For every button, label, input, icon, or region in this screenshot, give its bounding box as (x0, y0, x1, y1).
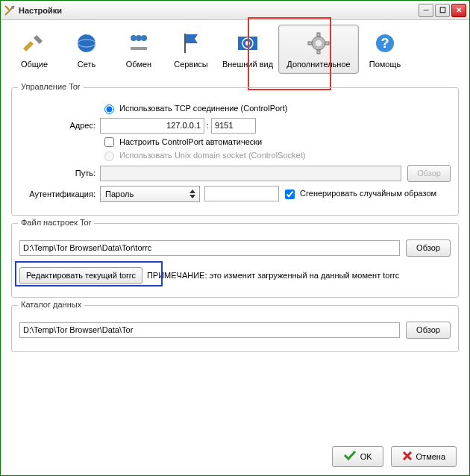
svg-rect-15 (308, 42, 312, 45)
svg-rect-13 (317, 33, 320, 37)
minimize-button[interactable]: ─ (419, 4, 433, 17)
svg-point-4 (141, 35, 147, 41)
radio-tcp-input[interactable] (104, 104, 114, 114)
content: Управление Tor Использовать TCP соединен… (1, 75, 469, 363)
torrc-note: ПРИМЕЧАНИЕ: это изменит загруженный на д… (147, 271, 399, 280)
svg-point-12 (316, 40, 322, 46)
datadir-path-input[interactable] (19, 322, 400, 338)
gear-icon (279, 28, 358, 58)
app-icon (4, 4, 16, 16)
tab-sharing[interactable]: Обмен (113, 25, 165, 74)
svg-rect-6 (131, 47, 147, 50)
tab-services[interactable]: Сервисы (165, 25, 217, 74)
checkbox-auto-config[interactable]: Настроить ControlPort автоматически (104, 137, 262, 148)
edit-torrc-button[interactable]: Редактировать текущий torrc (19, 267, 142, 284)
radio-tcp-label: Использовать TCP соединение (ControlPort… (119, 104, 287, 113)
flag-icon (166, 28, 216, 58)
legend-control: Управление Tor (18, 82, 84, 91)
password-input[interactable] (204, 186, 279, 201)
toolbar: Общие Сеть Обмен Сервисы Внешний вид Доп… (1, 20, 469, 75)
globe-icon (61, 28, 112, 58)
tab-network[interactable]: Сеть (60, 25, 113, 74)
radio-unix-input[interactable] (104, 151, 114, 161)
port-input[interactable] (211, 118, 256, 134)
svg-point-3 (131, 35, 137, 41)
x-icon (402, 451, 413, 463)
browse-datadir-button[interactable]: Обзор (406, 322, 451, 339)
auth-select-value: Пароль (105, 190, 134, 198)
address-label: Адрес: (19, 121, 100, 130)
nodes-icon (113, 28, 164, 58)
fieldset-datadir: Каталог данных Обзор (11, 305, 459, 352)
radio-unix[interactable]: Использовать Unix domain socket (Control… (104, 151, 305, 161)
tab-label: Обмен (113, 60, 164, 69)
legend-torrc: Файл настроек Tor (18, 218, 94, 227)
auth-label: Аутентификация: (19, 190, 100, 198)
emblem-icon (218, 28, 278, 58)
colon: : (204, 121, 211, 130)
titlebar: Настройки ─ ☐ ✕ (1, 1, 469, 20)
tab-label: Внешний вид (218, 60, 278, 69)
close-button[interactable]: ✕ (451, 4, 466, 17)
check-icon (343, 450, 357, 463)
auth-select[interactable]: Пароль (100, 186, 200, 202)
svg-text:?: ? (381, 36, 389, 51)
tab-help[interactable]: ? Помощь (359, 25, 411, 74)
svg-point-5 (136, 35, 142, 41)
ok-button[interactable]: OK (332, 446, 383, 467)
window-controls: ─ ☐ ✕ (419, 4, 466, 17)
checkbox-auto-config-label: Настроить ControlPort автоматически (119, 137, 262, 146)
checkbox-auto-config-input[interactable] (104, 137, 114, 147)
radio-tcp[interactable]: Использовать TCP соединение (ControlPort… (104, 104, 288, 114)
svg-rect-16 (325, 42, 329, 45)
address-input[interactable] (100, 118, 204, 134)
cancel-label: Отмена (416, 452, 445, 461)
svg-rect-14 (317, 50, 320, 54)
socket-path-input (100, 166, 401, 181)
path-label: Путь: (19, 169, 100, 178)
tab-advanced[interactable]: Дополнительное (278, 25, 359, 74)
tab-appearance[interactable]: Внешний вид (217, 25, 278, 74)
fieldset-control: Управление Tor Использовать TCP соединен… (11, 87, 459, 216)
checkbox-gen-random-input[interactable] (285, 190, 295, 199)
tools-icon (9, 28, 60, 58)
checkbox-gen-random[interactable]: Сгенерировать случайным образом (285, 189, 436, 199)
ok-label: OK (360, 452, 372, 461)
tab-label: Сервисы (166, 60, 216, 69)
maximize-button[interactable]: ☐ (435, 4, 450, 17)
tab-label: Помощь (360, 60, 410, 69)
svg-point-0 (11, 6, 14, 9)
cancel-button[interactable]: Отмена (391, 446, 457, 467)
checkbox-gen-random-label: Сгенерировать случайным образом (300, 189, 436, 198)
help-icon: ? (360, 28, 410, 58)
browse-torrc-button[interactable]: Обзор (406, 239, 451, 257)
torrc-path-input[interactable] (19, 240, 400, 256)
fieldset-torrc: Файл настроек Tor Обзор Редактировать те… (11, 223, 459, 298)
window-title: Настройки (19, 6, 419, 15)
tab-label: Сеть (61, 60, 112, 69)
browse-socket-button[interactable]: Обзор (407, 165, 451, 182)
svg-point-10 (245, 41, 250, 46)
tab-label: Дополнительное (279, 60, 358, 69)
tab-label: Общие (9, 60, 60, 69)
legend-datadir: Каталог данных (18, 300, 84, 309)
radio-unix-label: Использовать Unix domain socket (Control… (119, 151, 305, 160)
svg-rect-7 (184, 34, 186, 53)
dialog-footer: OK Отмена (332, 446, 457, 467)
tab-general[interactable]: Общие (8, 25, 60, 74)
